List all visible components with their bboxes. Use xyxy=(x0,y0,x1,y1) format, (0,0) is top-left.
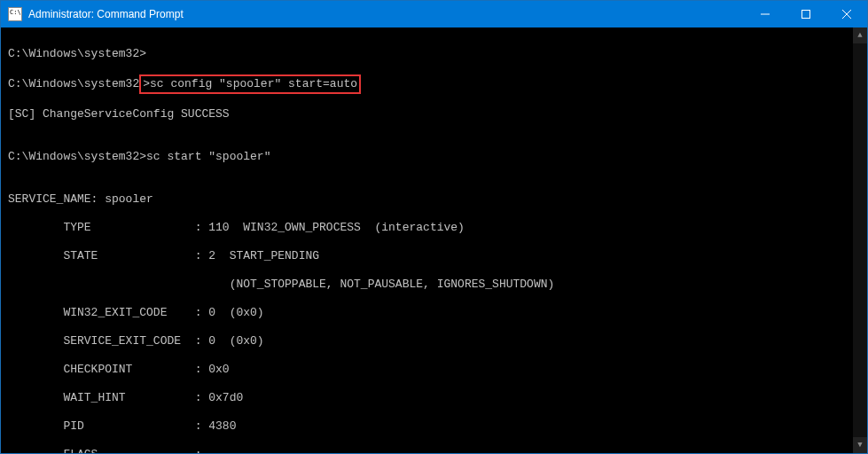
output-line: C:\Windows\system32>sc start "spooler" xyxy=(8,150,865,164)
scroll-up-arrow-icon[interactable]: ▲ xyxy=(853,27,867,43)
output-line: TYPE : 110 WIN32_OWN_PROCESS (interactiv… xyxy=(8,221,865,235)
maximize-button[interactable] xyxy=(786,1,826,27)
output-line: SERVICE_NAME: spooler xyxy=(8,192,865,207)
output-line: WAIT_HINT : 0x7d0 xyxy=(8,391,865,405)
output-line: SERVICE_EXIT_CODE : 0 (0x0) xyxy=(8,334,865,348)
window-title: Administrator: Command Prompt xyxy=(28,8,184,20)
output-line: (NOT_STOPPABLE, NOT_PAUSABLE, IGNORES_SH… xyxy=(8,278,865,292)
output-line: PID : 4380 xyxy=(8,419,865,434)
output-line: STATE : 2 START_PENDING xyxy=(8,249,865,263)
output-line: FLAGS : xyxy=(8,448,865,453)
scroll-down-arrow-icon[interactable]: ▼ xyxy=(853,437,867,453)
minimize-button[interactable] xyxy=(745,1,786,27)
close-button[interactable] xyxy=(826,1,867,27)
titlebar[interactable]: Administrator: Command Prompt xyxy=(1,1,867,27)
vertical-scrollbar[interactable]: ▲ ▼ xyxy=(853,27,867,453)
svg-rect-1 xyxy=(802,11,810,19)
output-line: [SC] ChangeServiceConfig SUCCESS xyxy=(8,107,865,121)
output-line: C:\Windows\system32>sc config "spooler" … xyxy=(8,75,865,93)
app-icon xyxy=(8,7,22,21)
command-prompt-window: Administrator: Command Prompt C:\Windows… xyxy=(0,0,868,454)
highlighted-command: >sc config "spooler" start=auto xyxy=(139,74,361,94)
output-line: CHECKPOINT : 0x0 xyxy=(8,363,865,377)
terminal-area[interactable]: C:\Windows\system32> C:\Windows\system32… xyxy=(1,27,867,453)
output-line: WIN32_EXIT_CODE : 0 (0x0) xyxy=(8,306,865,320)
output-line: C:\Windows\system32> xyxy=(8,47,865,61)
